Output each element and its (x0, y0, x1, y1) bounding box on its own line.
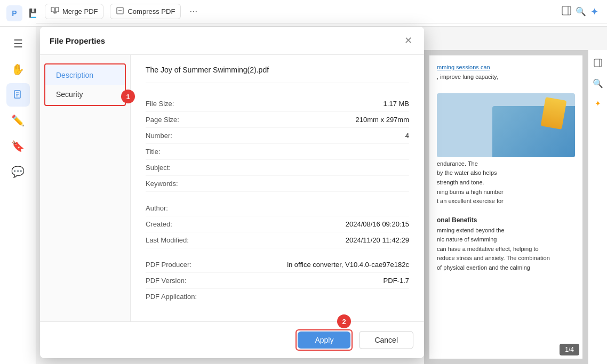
apply-button-highlight: Apply (295, 329, 353, 351)
merge-icon (51, 6, 59, 17)
ai-button[interactable]: ✦ (590, 96, 605, 111)
sidebar-item-menu[interactable]: ☰ (6, 32, 30, 55)
title-row: Title: (146, 144, 409, 160)
file-name: The Joy of Summer Swimming(2).pdf (146, 66, 409, 83)
pdf-application-row: PDF Application: (146, 289, 409, 304)
subject-label: Subject: (146, 164, 231, 172)
subject-row: Subject: (146, 160, 409, 176)
pdf-text-5: nic nature of swimming (437, 235, 575, 245)
pdf-text-4: mming extend beyond the (437, 226, 575, 236)
pdf-text-8: of physical exertion and the calming (437, 263, 575, 273)
page-size-value: 210mm x 297mm (231, 116, 409, 124)
last-modified-value: 2024/11/20 11:42:29 (231, 236, 409, 244)
app-logo: P (6, 5, 22, 21)
keywords-label: Keywords: (146, 180, 231, 188)
apply-button[interactable]: Apply (298, 331, 350, 349)
last-modified-label: Last Modified: (146, 236, 231, 244)
number-label: Number: (146, 132, 231, 140)
dialog-content: The Joy of Summer Swimming(2).pdf File S… (131, 55, 424, 321)
pdf-text-13: t an excellent exercise for (437, 197, 575, 206)
merge-pdf-label: Merge PDF (62, 7, 98, 15)
pdf-text-12: ning burns a high number (437, 188, 575, 197)
sidebar-item-hand[interactable]: ✋ (6, 58, 30, 81)
left-sidebar: ☰ ✋ ✏️ 🔖 💬 (0, 27, 36, 364)
dialog-body: Description Security The Joy of Summer S… (40, 55, 424, 321)
keywords-row: Keywords: (146, 176, 409, 192)
pdf-producer-value: in office converter, V10.4.0-cae97e182c (231, 261, 409, 269)
created-value: 2024/08/16 09:20:15 (231, 220, 409, 228)
dialog-header: File Properties ✕ (40, 27, 424, 55)
page-number-badge: 1/4 (560, 344, 579, 355)
created-label: Created: (146, 220, 231, 228)
number-row: Number: 4 (146, 128, 409, 144)
pdf-text-7: reduce stress and anxiety. The combinati… (437, 254, 575, 263)
step-badge-2: 2 (337, 314, 351, 328)
title-label: Title: (146, 148, 231, 156)
ai-assistant-button[interactable]: ✦ (590, 6, 598, 18)
pdf-version-value: PDF-1.7 (231, 277, 409, 285)
author-label: Author: (146, 204, 231, 212)
number-value: 4 (231, 132, 409, 140)
merge-pdf-button[interactable]: Merge PDF (45, 4, 103, 19)
file-size-value: 1.17 MB (231, 100, 409, 108)
pdf-section-title: onal Benefits (437, 215, 575, 225)
sidebar-item-document[interactable] (6, 83, 30, 107)
dialog-close-button[interactable]: ✕ (402, 34, 414, 47)
svg-rect-12 (594, 59, 602, 67)
nav-item-description[interactable]: Description (45, 66, 125, 85)
nav-security-label: Security (56, 90, 83, 99)
svg-rect-10 (562, 6, 571, 15)
file-size-row: File Size: 1.17 MB (146, 96, 409, 112)
pdf-content-area: mming sessions can , improve lung capaci… (424, 50, 588, 364)
more-tools-button[interactable]: ··· (187, 4, 199, 19)
sidebar-item-edit[interactable]: ✏️ (6, 109, 30, 132)
last-modified-row: Last Modified: 2024/11/20 11:42:29 (146, 232, 409, 248)
pdf-text-6: can have a meditative effect, helping to (437, 245, 575, 254)
search-button[interactable]: 🔍 (576, 6, 586, 18)
sidebar-item-bookmark[interactable]: 🔖 (6, 134, 30, 158)
created-row: Created: 2024/08/16 09:20:15 (146, 216, 409, 232)
dialog-nav: Description Security (40, 55, 131, 321)
pdf-text-9: endurance. The (437, 159, 575, 169)
pdf-page-content: mming sessions can , improve lung capaci… (429, 55, 582, 359)
right-toolbar: 🔍 ✦ (588, 50, 607, 364)
compress-pdf-button[interactable]: Compress PDF (110, 4, 181, 19)
cancel-button[interactable]: Cancel (359, 331, 413, 349)
panel-toggle-button[interactable] (562, 6, 571, 18)
svg-rect-4 (51, 7, 54, 12)
nav-highlight-box: Description Security (44, 63, 126, 106)
search-icon[interactable]: 🔍 (590, 76, 605, 91)
page-size-label: Page Size: (146, 116, 231, 124)
pdf-version-row: PDF Version: PDF-1.7 (146, 273, 409, 289)
sidebar-item-comment[interactable]: 💬 (6, 160, 30, 183)
pdf-text-10: by the water also helps (437, 168, 575, 178)
compress-icon (116, 6, 124, 17)
dialog-footer: Apply Cancel (40, 321, 424, 358)
pdf-producer-row: PDF Producer: in office converter, V10.4… (146, 257, 409, 273)
pdf-application-label: PDF Application: (146, 293, 231, 301)
right-panel-icon[interactable] (590, 55, 605, 70)
nav-description-label: Description (56, 71, 93, 79)
page-size-row: Page Size: 210mm x 297mm (146, 112, 409, 128)
svg-rect-5 (55, 7, 59, 12)
pdf-text-1: mming sessions can (437, 63, 575, 72)
pdf-text-2: , improve lung capacity, (437, 72, 575, 82)
pdf-version-label: PDF Version: (146, 277, 231, 285)
pdf-text-11: strength and tone. (437, 178, 575, 188)
compress-pdf-label: Compress PDF (127, 7, 175, 15)
file-size-label: File Size: (146, 100, 231, 108)
step-badge-1: 1 (121, 90, 135, 103)
author-row: Author: (146, 200, 409, 216)
dialog-title: File Properties (50, 36, 105, 45)
pdf-top-bar: Merge PDF Compress PDF ··· 🔍 ✦ (36, 0, 607, 23)
nav-item-security[interactable]: Security (45, 85, 125, 104)
pdf-producer-label: PDF Producer: (146, 261, 231, 269)
file-properties-dialog: File Properties ✕ Description Security T… (40, 27, 424, 358)
